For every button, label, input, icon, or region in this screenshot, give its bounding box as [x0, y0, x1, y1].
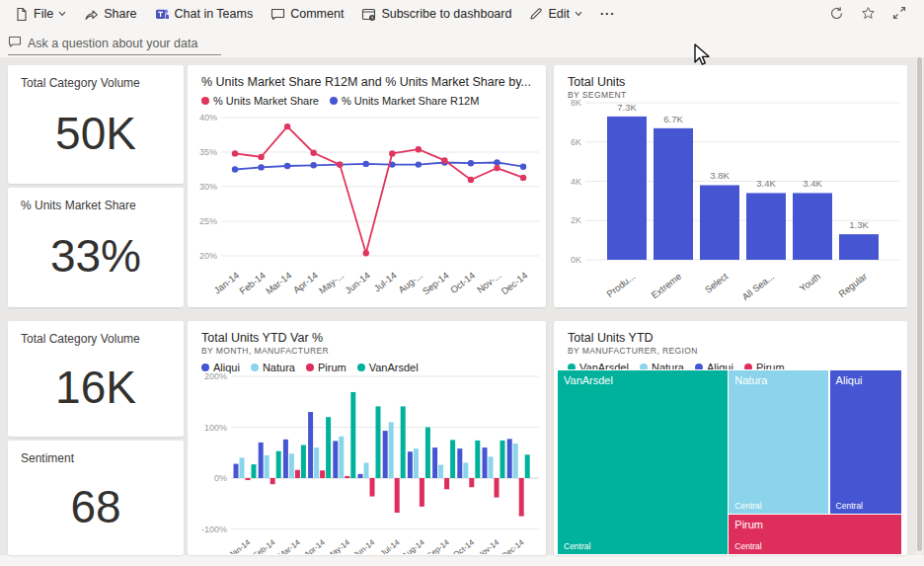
chat-in-teams-button[interactable]: Chat in Teams: [146, 1, 263, 27]
legend-item[interactable]: Natura: [251, 362, 295, 373]
data-point[interactable]: [258, 164, 264, 170]
bar[interactable]: [339, 437, 344, 478]
subscribe-button[interactable]: Subscribe to dashboard: [352, 1, 520, 27]
bar[interactable]: [700, 185, 739, 260]
data-point[interactable]: [232, 150, 238, 156]
vertical-scrollbar-thumb[interactable]: [917, 57, 922, 551]
legend-item[interactable]: Aliqui: [201, 362, 240, 373]
bar[interactable]: [320, 470, 325, 478]
star-icon[interactable]: [857, 2, 879, 24]
bar[interactable]: [383, 431, 388, 478]
edit-menu-button[interactable]: Edit: [520, 1, 591, 27]
bar[interactable]: [350, 392, 355, 478]
bar[interactable]: [839, 234, 879, 260]
bar[interactable]: [234, 464, 239, 478]
kpi-tile-sentiment[interactable]: Sentiment 68: [8, 441, 184, 555]
bar[interactable]: [326, 417, 331, 478]
data-point[interactable]: [468, 177, 474, 183]
legend-item[interactable]: VanArsdel: [357, 362, 419, 373]
legend-item[interactable]: Pirum: [306, 362, 346, 373]
bar[interactable]: [793, 193, 832, 260]
bar[interactable]: [358, 474, 363, 478]
tile-market-share-line-chart[interactable]: % Units Market Share R12M and % Units Ma…: [188, 65, 546, 307]
treemap-node[interactable]: AliquiCentral: [830, 370, 901, 514]
data-point[interactable]: [258, 154, 264, 160]
bar[interactable]: [513, 444, 518, 478]
bar[interactable]: [654, 128, 693, 260]
bar[interactable]: [265, 455, 270, 478]
bar[interactable]: [252, 464, 257, 478]
bar[interactable]: [301, 445, 306, 478]
kpi-tile-total-category-volume-50k[interactable]: Total Category Volume 50K: [8, 65, 184, 184]
data-point[interactable]: [389, 150, 395, 156]
data-point[interactable]: [310, 150, 316, 156]
treemap-node[interactable]: VanArsdelCentral: [558, 370, 728, 554]
data-point[interactable]: [494, 159, 500, 165]
bar[interactable]: [283, 440, 288, 478]
bar[interactable]: [463, 463, 468, 478]
legend-item[interactable]: % Units Market Share R12M: [330, 95, 479, 107]
data-point[interactable]: [494, 165, 500, 171]
share-button[interactable]: Share: [75, 1, 145, 27]
bar[interactable]: [607, 117, 647, 260]
data-point[interactable]: [232, 166, 238, 172]
bar[interactable]: [364, 463, 369, 478]
expand-icon[interactable]: [888, 2, 910, 24]
bar[interactable]: [333, 441, 338, 478]
bar[interactable]: [438, 465, 443, 478]
kpi-tile-units-market-share[interactable]: % Units Market Share 33%: [8, 188, 184, 307]
bar[interactable]: [414, 448, 419, 478]
file-menu-button[interactable]: File: [6, 1, 75, 27]
tile-ytd-var-chart[interactable]: Total Units YTD Var % BY MONTH, MANUFACT…: [188, 321, 546, 555]
data-point[interactable]: [416, 161, 422, 167]
bar[interactable]: [420, 478, 424, 507]
bar[interactable]: [314, 447, 319, 478]
qa-input[interactable]: [28, 37, 215, 50]
bar[interactable]: [389, 422, 394, 478]
bar[interactable]: [395, 478, 400, 513]
bar[interactable]: [469, 478, 474, 487]
vertical-scrollbar-track[interactable]: [916, 57, 923, 555]
bar[interactable]: [432, 447, 437, 478]
bar[interactable]: [444, 478, 449, 489]
data-point[interactable]: [468, 160, 474, 166]
bar[interactable]: [370, 478, 375, 497]
data-point[interactable]: [284, 123, 290, 129]
treemap-node[interactable]: PirumCentral: [729, 515, 901, 554]
bar[interactable]: [507, 439, 512, 478]
legend-item[interactable]: % Units Market Share: [201, 95, 319, 107]
comment-button[interactable]: Comment: [262, 1, 352, 27]
bar[interactable]: [450, 440, 455, 478]
data-point[interactable]: [520, 175, 526, 181]
data-point[interactable]: [416, 146, 422, 152]
kpi-tile-total-category-volume-16k[interactable]: Total Category Volume 16K: [8, 321, 184, 437]
data-point[interactable]: [337, 161, 343, 167]
bar[interactable]: [401, 406, 406, 478]
bar[interactable]: [425, 428, 430, 479]
bar[interactable]: [270, 478, 275, 484]
bar[interactable]: [457, 448, 462, 478]
treemap-node[interactable]: NaturaCentral: [729, 370, 828, 514]
tile-total-units-bar-chart[interactable]: Total Units BY SEGMENT 8K6K4K2K0K7.3KPro…: [554, 65, 907, 307]
data-point[interactable]: [363, 250, 369, 256]
bar[interactable]: [345, 476, 349, 478]
bar[interactable]: [259, 443, 264, 478]
bar[interactable]: [240, 457, 245, 478]
bar[interactable]: [295, 470, 300, 478]
data-point[interactable]: [310, 162, 316, 168]
bar[interactable]: [519, 478, 524, 517]
bar[interactable]: [246, 478, 251, 480]
data-point[interactable]: [284, 163, 290, 169]
bar[interactable]: [376, 406, 381, 478]
refresh-icon[interactable]: [825, 2, 847, 24]
bar[interactable]: [500, 441, 505, 478]
bar[interactable]: [276, 451, 281, 478]
bar[interactable]: [483, 447, 488, 478]
bar[interactable]: [495, 478, 500, 498]
bar[interactable]: [489, 456, 494, 478]
bar[interactable]: [289, 453, 294, 478]
bar[interactable]: [308, 412, 313, 478]
bar[interactable]: [408, 451, 413, 478]
bar[interactable]: [475, 441, 480, 478]
data-point[interactable]: [441, 157, 447, 163]
